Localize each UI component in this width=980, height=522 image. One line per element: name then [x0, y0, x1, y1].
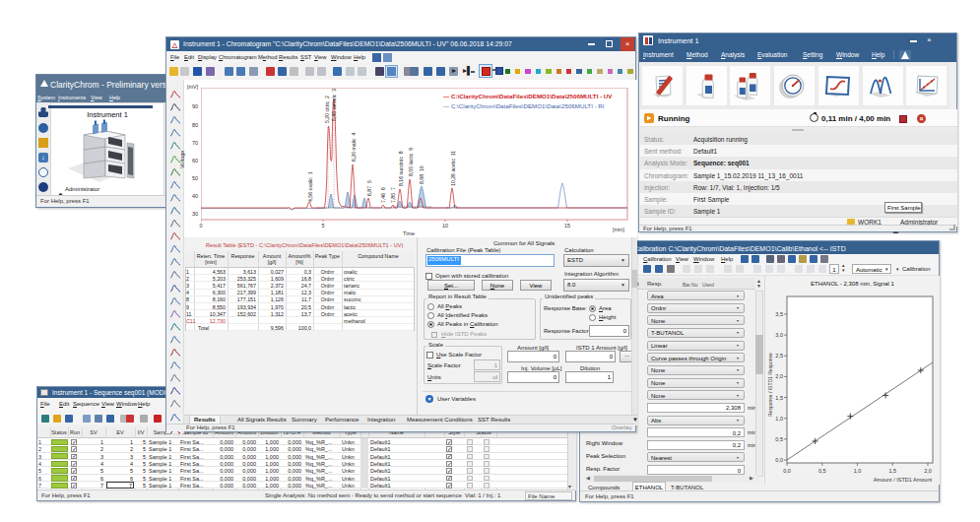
- svg-text:0,0: 0,0: [783, 468, 791, 474]
- svg-text:2,0: 2,0: [924, 468, 932, 474]
- svg-text:1,5: 1,5: [775, 395, 783, 401]
- svg-text:5,45 tartaric 3: 5,45 tartaric 3: [331, 89, 337, 121]
- svg-text:6,20 malic 4: 6,20 malic 4: [351, 132, 357, 162]
- svg-text:4,56 oxalic 1: 4,56 oxalic 1: [307, 171, 313, 202]
- svg-text:8,98 10: 8,98 10: [419, 165, 425, 184]
- svg-text:0,5: 0,5: [775, 436, 783, 442]
- svg-text:3,5: 3,5: [775, 311, 783, 317]
- svg-text:0,5: 0,5: [818, 468, 826, 474]
- svg-text:2,0: 2,0: [775, 373, 783, 379]
- svg-text:10,26 acetic 11: 10,26 acetic 11: [450, 151, 456, 186]
- svg-text:8,16 succinic 8: 8,16 succinic 8: [398, 151, 404, 186]
- svg-text:1,0: 1,0: [775, 416, 783, 422]
- svg-text:0,0: 0,0: [775, 457, 783, 463]
- svg-text:3,0: 3,0: [775, 332, 783, 338]
- svg-text:7,85 7: 7,85 7: [390, 187, 396, 203]
- svg-text:Response / ISTD1 Response: Response / ISTD1 Response: [767, 353, 773, 417]
- svg-text:2,5: 2,5: [775, 353, 783, 359]
- svg-text:Amount / ISTD1 Amount: Amount / ISTD1 Amount: [874, 477, 933, 483]
- svg-text:6,87 5: 6,87 5: [366, 180, 372, 196]
- svg-text:1,0: 1,0: [854, 468, 862, 474]
- svg-text:5,20 citric 2: 5,20 citric 2: [324, 96, 330, 123]
- svg-text:8,55 lactic 9: 8,55 lactic 9: [408, 148, 414, 176]
- svg-text:1,5: 1,5: [888, 468, 896, 474]
- svg-text:7,46 6: 7,46 6: [380, 187, 386, 203]
